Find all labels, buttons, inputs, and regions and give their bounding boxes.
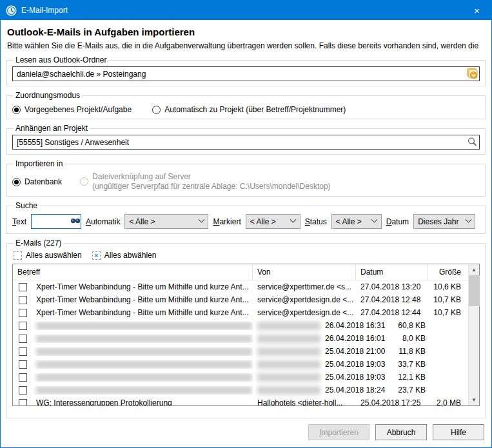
select-all-checkbox[interactable]: Alles auswählen bbox=[14, 251, 82, 260]
cell-betreff: Xpert-Timer Webanbindung - Bitte um Mith… bbox=[36, 308, 248, 317]
cell-betreff bbox=[36, 373, 252, 382]
cell-datum: 27.04.2018 13:20 bbox=[356, 282, 428, 291]
cell-groesse: 60,8 KB bbox=[393, 321, 432, 330]
cell-groesse: 10,7 KB bbox=[428, 295, 467, 304]
outlook-folder-combo[interactable]: daniela@schaelchli.de » Posteingang bbox=[12, 66, 480, 81]
cell-groesse: 2,0 MB bbox=[428, 398, 467, 405]
row-checkbox[interactable] bbox=[19, 322, 27, 330]
radio-label: Automatisch zu Projekt (über Betreff/Pro… bbox=[164, 105, 346, 114]
vertical-scrollbar[interactable]: ▲ ▼ bbox=[468, 264, 479, 405]
outlook-dropdown-icon[interactable] bbox=[465, 67, 479, 81]
group-emails-label: E-Mails (227) bbox=[14, 239, 63, 248]
markiert-select[interactable]: < Alle > bbox=[246, 214, 300, 229]
row-checkbox[interactable] bbox=[19, 373, 27, 382]
radio-automatisch-zu-projekt[interactable]: Automatisch zu Projekt (über Betreff/Pro… bbox=[152, 105, 346, 114]
chevron-down-icon bbox=[287, 215, 300, 228]
projekt-field[interactable]: [55555] Sonstiges / Anwesenheit bbox=[12, 135, 480, 150]
markiert-value: < Alle > bbox=[250, 217, 287, 226]
table-row[interactable]: 25.04.2018 19:03 33,7 KB bbox=[13, 358, 468, 371]
radio-label: Vorgegebenes Projekt/Aufgabe bbox=[25, 105, 132, 114]
clock-icon bbox=[6, 5, 17, 16]
automatik-label: Automatik bbox=[86, 217, 120, 226]
page-title: Outlook-E-Mails in Aufgaben importieren bbox=[7, 26, 485, 37]
cell-betreff bbox=[36, 360, 252, 369]
help-button[interactable]: Hilfe bbox=[433, 424, 484, 440]
close-icon[interactable]: × bbox=[462, 1, 491, 20]
cell-von bbox=[257, 322, 320, 330]
group-importieren-in: Importieren in Datenbank Dateiverknüpfun… bbox=[6, 159, 486, 197]
row-checkbox[interactable] bbox=[19, 399, 27, 406]
row-checkbox[interactable] bbox=[19, 360, 27, 369]
automatik-select[interactable]: < Alle > bbox=[124, 214, 208, 229]
chevron-down-icon bbox=[462, 215, 475, 228]
radio-datenbank[interactable]: Datenbank bbox=[12, 177, 62, 186]
row-checkbox[interactable] bbox=[19, 296, 27, 304]
cancel-button[interactable]: Abbruch bbox=[375, 424, 427, 440]
row-checkbox[interactable] bbox=[19, 386, 27, 394]
cell-von: service@xpertdesign.de <... bbox=[253, 295, 356, 304]
scroll-down-icon[interactable]: ▼ bbox=[469, 394, 480, 405]
binoculars-icon[interactable] bbox=[70, 217, 81, 226]
deselect-all-checkbox[interactable]: × Alles abwählen bbox=[92, 251, 157, 260]
email-table-header: Betreff Von Datum Größe bbox=[13, 264, 468, 280]
radio-vorgegebenes-projekt[interactable]: Vorgegebenes Projekt/Aufgabe bbox=[12, 105, 132, 114]
table-row[interactable]: 25.04.2018 18:24 23,7 KB bbox=[13, 384, 468, 396]
table-row[interactable]: 26.04.2018 16:31 60,8 KB bbox=[13, 319, 468, 332]
cell-von bbox=[257, 347, 320, 356]
table-row[interactable]: 25.04.2018 21:00 11,8 KB bbox=[13, 345, 468, 358]
magnifier-icon[interactable] bbox=[465, 135, 479, 149]
email-table: Betreff Von Datum Größe Xpert-Timer Weba… bbox=[12, 264, 480, 406]
row-checkbox[interactable] bbox=[19, 347, 27, 356]
row-checkbox[interactable] bbox=[19, 335, 27, 343]
row-checkbox[interactable] bbox=[19, 309, 27, 317]
table-row[interactable]: 26.04.2018 16:01 8,0 KB bbox=[13, 332, 468, 345]
titlebar[interactable]: E-Mail-Import × bbox=[1, 1, 491, 20]
scroll-up-icon[interactable]: ▲ bbox=[469, 264, 480, 275]
table-row[interactable]: Xpert-Timer Webanbindung - Bitte um Mith… bbox=[13, 306, 468, 319]
datum-label: Datum bbox=[386, 217, 409, 226]
datum-select[interactable]: Dieses Jahr bbox=[413, 214, 475, 229]
radio-circle[interactable] bbox=[152, 106, 161, 114]
search-text-input[interactable] bbox=[32, 215, 70, 228]
cell-betreff bbox=[36, 386, 252, 394]
cell-groesse: 33,7 KB bbox=[393, 360, 432, 369]
radio-dateiverknuepfung: Dateiverknüpfung auf Server (ungültiger … bbox=[80, 172, 331, 191]
cell-betreff bbox=[36, 347, 252, 356]
radio-circle[interactable] bbox=[12, 106, 21, 114]
cell-groesse: 23,7 KB bbox=[393, 385, 432, 394]
table-row[interactable]: WG: Interessengruppen Protokollierung Ha… bbox=[13, 396, 468, 405]
import-button[interactable]: Importieren bbox=[308, 424, 369, 440]
radio-circle[interactable] bbox=[12, 178, 21, 186]
cell-datum: 27.04.2018 12:44 bbox=[356, 308, 428, 317]
search-text-inputbox[interactable] bbox=[31, 214, 81, 229]
status-value: < Alle > bbox=[336, 217, 368, 226]
cell-datum: 26.04.2018 16:31 bbox=[320, 321, 393, 330]
radio-circle bbox=[80, 177, 88, 186]
radio-label: Dateiverknüpfung auf Server bbox=[92, 172, 191, 181]
chevron-down-icon bbox=[368, 215, 381, 228]
select-all-box-icon[interactable] bbox=[14, 251, 22, 260]
table-row[interactable]: 25.04.2018 19:03 12,1 KB bbox=[13, 371, 468, 384]
column-header-von[interactable]: Von bbox=[253, 264, 356, 280]
group-outlook-folder: Lesen aus Outlook-Ordner daniela@schaelc… bbox=[6, 55, 486, 86]
deselect-all-box-icon[interactable]: × bbox=[92, 251, 101, 260]
dialog-content: Outlook-E-Mails in Aufgaben importieren … bbox=[1, 20, 491, 418]
page-subtitle: Bitte wählen Sie die E-Mails aus, die in… bbox=[7, 41, 485, 50]
table-row[interactable]: Xpert-Timer Webanbindung - Bitte um Mith… bbox=[13, 280, 468, 293]
column-header-datum[interactable]: Datum bbox=[356, 264, 428, 280]
scrollbar-thumb[interactable] bbox=[469, 275, 480, 306]
table-row[interactable]: Xpert-Timer Webanbindung - Bitte um Mith… bbox=[13, 293, 468, 306]
cell-datum: 27.04.2018 12:48 bbox=[356, 295, 428, 304]
cell-datum: 25.04.2018 19:03 bbox=[320, 360, 393, 369]
status-select[interactable]: < Alle > bbox=[331, 214, 382, 229]
cell-betreff bbox=[36, 335, 252, 343]
scrollbar-track[interactable] bbox=[469, 275, 479, 394]
select-all-label: Alles auswählen bbox=[26, 251, 82, 260]
column-header-betreff[interactable]: Betreff bbox=[13, 264, 253, 280]
projekt-value: [55555] Sonstiges / Anwesenheit bbox=[17, 138, 465, 147]
group-projekt: Anhängen an Projekt [55555] Sonstiges / … bbox=[6, 124, 486, 155]
chevron-down-icon bbox=[195, 215, 208, 228]
row-checkbox[interactable] bbox=[19, 283, 27, 291]
column-header-groesse[interactable]: Größe bbox=[428, 264, 467, 280]
cell-datum: 26.04.2018 16:01 bbox=[320, 334, 393, 343]
